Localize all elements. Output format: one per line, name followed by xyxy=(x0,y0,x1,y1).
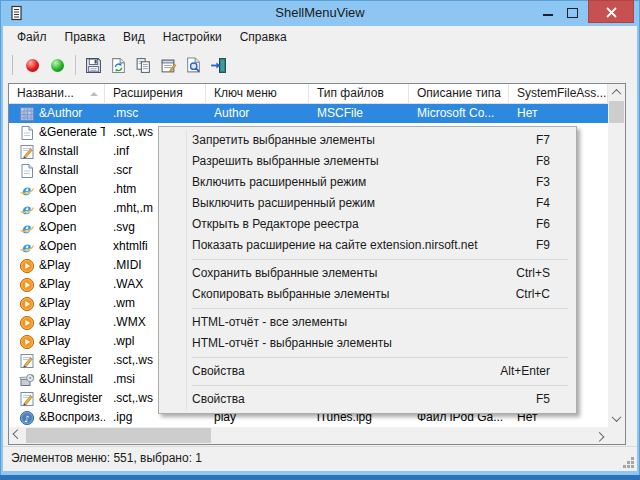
cell-name: &Author xyxy=(9,104,105,123)
window-bottom-border xyxy=(0,475,640,480)
copy-icon xyxy=(135,57,152,74)
cell-name: e&Open xyxy=(9,180,105,199)
menu-item-shortcut: F9 xyxy=(536,235,550,256)
menubar-item-help[interactable]: Справка xyxy=(231,26,296,48)
table-row[interactable]: &Author.mscAuthorMSCFileMicrosoft Co...Н… xyxy=(9,104,608,123)
toolbar-button-exit[interactable] xyxy=(206,53,231,78)
cell-name: &Play xyxy=(9,275,105,294)
svg-text:e: e xyxy=(21,201,31,217)
row-label: &Play xyxy=(39,256,70,275)
toolbar-button-copy[interactable] xyxy=(131,53,156,78)
menubar-item-view[interactable]: Вид xyxy=(114,26,154,48)
row-label: &Install xyxy=(39,161,78,180)
ie-icon: e xyxy=(19,182,35,198)
vertical-scroll-thumb[interactable] xyxy=(609,101,624,123)
menu-item-html-report-all[interactable]: HTML-отчёт - все элементы xyxy=(159,312,576,333)
menubar-item-edit[interactable]: Правка xyxy=(56,26,115,48)
green-ball-icon xyxy=(51,59,64,72)
maximize-button[interactable] xyxy=(561,2,583,24)
chevron-down-icon xyxy=(612,412,622,422)
vertical-scrollbar[interactable] xyxy=(608,84,625,427)
status-text: Элементов меню: 551, выбрано: 1 xyxy=(11,447,202,470)
toolbar-button-find[interactable] xyxy=(181,53,206,78)
row-label: &Play xyxy=(39,294,70,313)
row-label: &Play xyxy=(39,332,70,351)
menu-item-shortcut: F3 xyxy=(536,172,550,193)
menu-item-show-extension-website[interactable]: Показать расширение на сайте extension.n… xyxy=(159,235,576,256)
menu-item-enable-extended-mode[interactable]: Включить расширенный режимF3 xyxy=(159,172,576,193)
menu-item-shortcut: F6 xyxy=(536,214,550,235)
scroll-right-button[interactable] xyxy=(591,427,608,444)
menu-item-properties[interactable]: СвойстваF5 xyxy=(159,389,576,410)
svg-text:e: e xyxy=(21,182,31,198)
toolbar-button-properties[interactable] xyxy=(156,53,181,78)
menu-item-label: Запретить выбранные элементы xyxy=(192,130,375,151)
cell-name: &Uninstall xyxy=(9,370,105,389)
menubar-item-options[interactable]: Настройки xyxy=(154,26,231,48)
menu-item-label: Сохранить выбранные элементы xyxy=(192,263,377,284)
cell-name: &Generate T... xyxy=(9,123,105,142)
menu-item-properties-alt[interactable]: СвойстваAlt+Enter xyxy=(159,361,576,382)
column-header-file-type[interactable]: Тип файлов xyxy=(309,84,409,104)
close-button[interactable] xyxy=(588,0,634,23)
menu-item-enable-selected-items[interactable]: Разрешить выбранные элементыF8 xyxy=(159,151,576,172)
cell-extensions: .msc xyxy=(105,104,206,123)
menu-item-disable-selected-items[interactable]: Запретить выбранные элементыF7 xyxy=(159,130,576,151)
cell-file-type: MSCFile xyxy=(309,104,409,123)
column-header-type-description[interactable]: Описание типа xyxy=(409,84,509,104)
ie-icon: e xyxy=(19,220,35,236)
play-icon xyxy=(19,258,35,274)
menu-item-open-in-regedit[interactable]: Открыть в Редакторе реестраF6 xyxy=(159,214,576,235)
menu-item-label: Выключить расширенный режим xyxy=(192,193,375,214)
toolbar-grip xyxy=(12,55,13,75)
row-label: &Play xyxy=(39,275,70,294)
titlebar: ShellMenuView xyxy=(0,0,640,26)
ie-icon: e xyxy=(19,239,35,255)
document-icon xyxy=(19,163,35,179)
cell-name: &Unregister xyxy=(9,389,105,408)
red-ball-icon xyxy=(26,59,39,72)
toolbar-button-save[interactable] xyxy=(81,53,106,78)
media-player-icon: ♪ xyxy=(19,410,35,426)
column-header-label: Ключ меню xyxy=(214,86,277,100)
menu-item-disable-extended-mode[interactable]: Выключить расширенный режимF4 xyxy=(159,193,576,214)
script-icon xyxy=(19,353,35,369)
toolbar-button-disable-selected[interactable] xyxy=(20,53,45,78)
column-header-menu-key[interactable]: Ключ меню xyxy=(206,84,309,104)
column-header-label: SystemFileAss... xyxy=(517,86,606,100)
menu-item-html-report-selected[interactable]: HTML-отчёт - выбранные элементы xyxy=(159,333,576,354)
scroll-left-button[interactable] xyxy=(9,427,26,444)
cell-name: ♪&Воспроиз... xyxy=(9,408,105,427)
column-header-name[interactable]: Названи... xyxy=(9,84,105,104)
scroll-up-button[interactable] xyxy=(608,84,625,101)
list-header: Названи...РасширенияКлюч менюТип файловО… xyxy=(9,84,608,104)
minimize-button[interactable] xyxy=(537,2,559,24)
column-header-system-file-assoc[interactable]: SystemFileAss... xyxy=(509,84,608,104)
menubar-item-file[interactable]: Файл xyxy=(8,26,56,48)
menu-item-label: Свойства xyxy=(192,389,245,410)
menu-item-label: Свойства xyxy=(192,361,245,382)
find-icon xyxy=(185,57,202,74)
resize-grip[interactable] xyxy=(631,465,634,468)
chevron-left-icon xyxy=(13,429,23,439)
msc-icon xyxy=(19,106,35,122)
cell-type-description: Microsoft Co... xyxy=(409,104,509,123)
toolbar-button-enable-selected[interactable] xyxy=(45,53,70,78)
toolbar-button-refresh[interactable] xyxy=(106,53,131,78)
cell-name: e&Open xyxy=(9,237,105,256)
cell-name: &Play xyxy=(9,313,105,332)
menu-item-label: Включить расширенный режим xyxy=(192,172,366,193)
scroll-down-button[interactable] xyxy=(608,410,625,427)
menu-item-label: Открыть в Редакторе реестра xyxy=(192,214,359,235)
column-header-label: Расширения xyxy=(113,86,183,100)
close-icon xyxy=(606,7,617,18)
column-header-extensions[interactable]: Расширения xyxy=(105,84,206,104)
column-header-label: Описание типа xyxy=(417,86,501,100)
menu-item-copy-selected-items[interactable]: Скопировать выбранные элементыCtrl+C xyxy=(159,284,576,305)
menu-item-shortcut: Alt+Enter xyxy=(500,361,550,382)
toolbar-separator xyxy=(75,55,76,75)
horizontal-scrollbar[interactable] xyxy=(9,427,608,444)
column-header-label: Тип файлов xyxy=(317,86,384,100)
horizontal-scroll-thumb[interactable] xyxy=(26,428,211,443)
menu-item-save-selected-items[interactable]: Сохранить выбранные элементыCtrl+S xyxy=(159,263,576,284)
